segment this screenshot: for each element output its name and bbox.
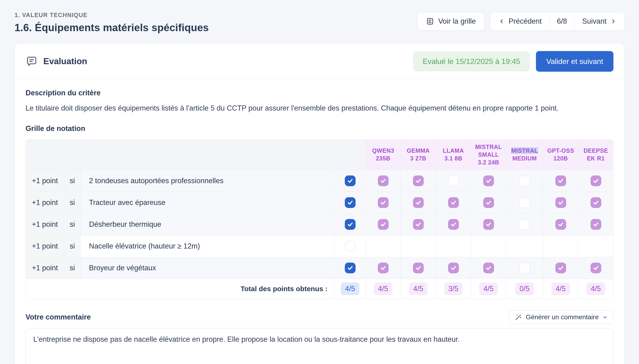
model-checkbox <box>556 197 566 208</box>
view-grid-label: Voir la grille <box>438 17 476 26</box>
model-checkbox <box>413 197 424 208</box>
criterion-row: +1 point si Broyeur de végétaux <box>26 257 614 279</box>
generate-comment-label: Générer un commentaire <box>526 314 599 321</box>
user-checkbox[interactable] <box>345 262 356 273</box>
model-checkbox <box>590 262 601 273</box>
model-header-mistral-small-3-2-24b: MISTRAL SMALL 3.2 24B <box>471 139 506 170</box>
model-checkbox <box>483 262 494 273</box>
validate-next-button[interactable]: Valider et suivant <box>536 51 614 72</box>
model-checkbox <box>378 197 388 208</box>
user-checkbox[interactable] <box>345 241 356 252</box>
total-label: Total des points obtenus : <box>26 279 335 299</box>
user-checkbox[interactable] <box>345 176 356 186</box>
model-header-deepseek-r1: DEEPSEEK R1 <box>578 139 614 170</box>
previous-button[interactable]: Précédent <box>491 12 550 30</box>
totals-row: Total des points obtenus : 4/5 4/5 4/5 3… <box>26 279 614 299</box>
scoring-table: QWEN3 235B GEMMA 3 27B LLAMA 3.1 8B MIST… <box>26 139 614 299</box>
criterion-label: Nacelle élévatrice (hauteur ≥ 12m) <box>80 235 335 257</box>
model-header-gpt-oss-120b: GPT-OSS 120B <box>543 139 578 170</box>
model-checkbox <box>483 176 494 186</box>
criterion-row: +1 point si Tracteur avec épareuse <box>26 192 614 214</box>
model-checkbox <box>448 262 459 273</box>
model-checkbox <box>590 197 601 208</box>
chevron-right-icon <box>610 18 616 24</box>
model-header-gemma-3-27b: GEMMA 3 27B <box>401 139 436 170</box>
title-block: 1. VALEUR TECHNIQUE 1.6. Équipements mat… <box>14 12 209 34</box>
model-checkbox <box>590 176 601 186</box>
condition-cell: si <box>64 214 80 235</box>
chevron-down-icon <box>602 314 608 320</box>
condition-cell: si <box>64 192 80 214</box>
model-checkbox <box>413 219 424 230</box>
model-checkbox <box>519 176 530 186</box>
model-header-llama-3-1-8b: LLAMA 3.1 8B <box>436 139 471 170</box>
magic-wand-icon <box>514 314 522 321</box>
model-checkbox <box>448 176 459 186</box>
model-header-mistral-medium: MISTRAL MEDIUM <box>506 139 543 170</box>
next-label: Suivant <box>582 17 606 26</box>
grid-list-icon <box>426 17 434 25</box>
user-total-badge: 4/5 <box>341 282 359 295</box>
comment-header: Votre commentaire Générer un commentaire <box>26 310 614 324</box>
criterion-row: +1 point si 2 tondeuses autoportées prof… <box>26 170 614 192</box>
model-checkbox <box>483 197 494 208</box>
previous-label: Précédent <box>508 17 542 26</box>
model-total-badge: 3/5 <box>444 282 462 295</box>
topbar-actions: Voir la grille Précédent 6/8 Suivant <box>418 12 624 30</box>
model-checkbox <box>378 262 388 273</box>
next-button[interactable]: Suivant <box>574 12 624 30</box>
condition-cell: si <box>64 170 80 192</box>
topbar: 1. VALEUR TECHNIQUE 1.6. Équipements mat… <box>14 0 624 34</box>
model-total-badge: 4/5 <box>479 282 498 295</box>
model-checkbox <box>413 176 424 186</box>
evaluation-card: Evaluation Evalué le 15/12/2025 à 19:45 … <box>14 43 624 364</box>
model-checkbox <box>448 219 459 230</box>
user-checkbox[interactable] <box>345 219 356 230</box>
condition-cell: si <box>64 257 80 279</box>
comment-textarea[interactable]: L'entreprise ne dispose pas de nacelle é… <box>26 328 614 364</box>
model-checkbox <box>519 197 530 208</box>
model-checkbox <box>483 219 494 230</box>
page: 1. VALEUR TECHNIQUE 1.6. Équipements mat… <box>0 0 639 364</box>
comment-label: Votre commentaire <box>26 313 91 321</box>
description-label: Description du critère <box>26 89 614 97</box>
model-header-qwen3-235b: QWEN3 235B <box>366 139 401 170</box>
model-checkbox <box>590 219 601 230</box>
page-indicator: 6/8 <box>550 12 574 30</box>
criterion-label: Désherbeur thermique <box>80 214 335 235</box>
points-cell: +1 point <box>26 257 64 279</box>
generate-comment-button[interactable]: Générer un commentaire <box>509 310 614 324</box>
model-checkbox <box>556 176 566 186</box>
blank-header-cell <box>26 139 366 170</box>
section-title: Evaluation <box>43 56 87 66</box>
grid-label: Grille de notation <box>26 124 614 133</box>
user-checkbox[interactable] <box>345 197 356 208</box>
model-checkbox <box>519 219 530 230</box>
model-checkbox <box>556 262 566 273</box>
points-cell: +1 point <box>26 170 64 192</box>
model-total-badge: 4/5 <box>552 282 570 295</box>
model-total-badge: 0/5 <box>515 282 534 295</box>
criterion-row: +1 point si Nacelle élévatrice (hauteur … <box>26 235 614 257</box>
card-header: Evaluation Evalué le 15/12/2025 à 19:45 … <box>15 44 624 79</box>
model-total-badge: 4/5 <box>409 282 428 295</box>
breadcrumb: 1. VALEUR TECHNIQUE <box>14 12 209 18</box>
description-text: Le titulaire doit disposer des équipemen… <box>26 103 614 113</box>
page-title: 1.6. Équipements matériels spécifiques <box>14 22 209 34</box>
table-header-row: QWEN3 235B GEMMA 3 27B LLAMA 3.1 8B MIST… <box>26 139 614 170</box>
points-cell: +1 point <box>26 214 64 235</box>
model-total-badge: 4/5 <box>586 282 605 295</box>
model-checkbox <box>378 219 388 230</box>
pagination-group: Précédent 6/8 Suivant <box>490 12 624 30</box>
model-total-badge: 4/5 <box>374 282 392 295</box>
model-checkbox <box>556 219 566 230</box>
model-checkbox <box>448 197 459 208</box>
model-checkbox <box>413 262 424 273</box>
points-cell: +1 point <box>26 235 64 257</box>
model-checkbox <box>378 176 388 186</box>
evaluated-badge: Evalué le 15/12/2025 à 19:45 <box>413 52 530 71</box>
card-body: Description du critère Le titulaire doit… <box>15 80 624 364</box>
view-grid-button[interactable]: Voir la grille <box>418 12 484 30</box>
criterion-label: 2 tondeuses autoportées professionnelles <box>80 170 335 192</box>
criterion-label: Broyeur de végétaux <box>80 257 335 279</box>
